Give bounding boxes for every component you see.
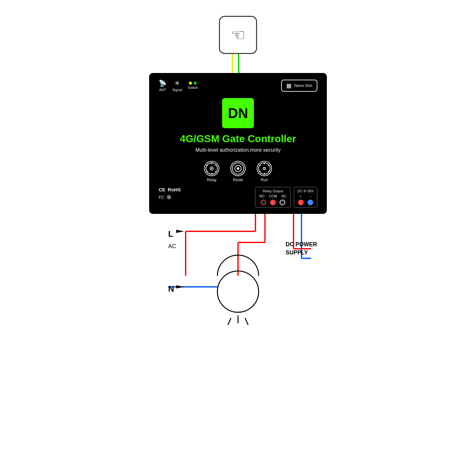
signal-label: Signal xyxy=(172,88,182,92)
reset-icon xyxy=(230,161,246,176)
ant-icon: 📡 xyxy=(159,79,167,87)
switch-dot-yellow xyxy=(189,82,192,85)
indicator-group: 📡 ANT ✳ Signal Switch xyxy=(159,79,198,92)
fc-cert: FC xyxy=(159,195,164,200)
relay-indicator: Relay xyxy=(204,161,219,182)
plus-label: + xyxy=(297,194,304,198)
svg-point-8 xyxy=(211,168,212,169)
run-label: Run xyxy=(261,178,268,182)
switch-dots xyxy=(189,82,197,85)
svg-point-1 xyxy=(211,163,212,164)
relay-label: Relay xyxy=(207,178,217,182)
svg-point-20 xyxy=(264,168,265,169)
svg-line-34 xyxy=(228,318,231,325)
wire-green-top xyxy=(238,54,239,73)
run-icon xyxy=(257,161,272,176)
svg-text:N: N xyxy=(168,284,174,294)
com-port xyxy=(270,200,276,205)
wires-top xyxy=(228,54,248,73)
relay-output-ports xyxy=(259,200,287,205)
touch-button[interactable]: ☜ xyxy=(219,16,257,54)
switch-indicator: Switch xyxy=(188,82,198,89)
sim-label: Nano Sim xyxy=(294,83,312,88)
wire-yellow xyxy=(232,54,233,73)
wiring-diagram-svg: L AC N DC POWER SUPPLY xyxy=(149,214,327,373)
svg-text:AC: AC xyxy=(168,243,176,249)
svg-text:L: L xyxy=(168,229,173,239)
ce-cert: CE xyxy=(159,187,165,192)
svg-point-17 xyxy=(259,171,261,172)
svg-line-35 xyxy=(245,318,248,325)
svg-marker-42 xyxy=(176,285,184,288)
svg-point-14 xyxy=(268,165,269,166)
touch-icon: ☜ xyxy=(231,25,246,44)
rohs-cert: RoHS xyxy=(168,187,181,192)
no-label: NO xyxy=(259,194,265,198)
svg-point-16 xyxy=(264,173,265,174)
relay-output-terminal: Relay Output NO COM NC xyxy=(255,187,291,208)
dc-input-ports xyxy=(297,200,314,205)
recycle-icon: ⊗ xyxy=(167,194,171,201)
dc-input-title: DC 9~36V xyxy=(297,189,314,193)
svg-point-32 xyxy=(217,271,259,312)
nc-port xyxy=(280,200,285,205)
svg-text:DC POWER: DC POWER xyxy=(286,241,317,248)
nc-label: NC xyxy=(281,194,287,198)
svg-point-2 xyxy=(215,165,217,166)
relay-icon xyxy=(204,161,219,176)
device-indicators-row: Relay Reset xyxy=(155,161,321,182)
sim-icon: ▦ xyxy=(286,82,292,89)
dc-input-sublabels: + − xyxy=(297,194,314,198)
ant-label: ANT xyxy=(159,88,166,92)
main-container: ☜ 📡 ANT ✳ Signal xyxy=(63,16,413,460)
svg-point-13 xyxy=(264,163,265,164)
svg-point-3 xyxy=(215,171,217,172)
switch-dot-green xyxy=(194,82,197,85)
signal-indicator: ✳ Signal xyxy=(172,79,182,92)
relay-output-sublabels: NO COM NC xyxy=(259,194,287,198)
svg-marker-41 xyxy=(176,230,184,233)
reset-label: Reset xyxy=(233,178,243,182)
reset-indicator: Reset xyxy=(230,161,246,182)
switch-label: Switch xyxy=(188,86,198,89)
no-port xyxy=(261,200,266,205)
dc-input-terminal: DC 9~36V + − xyxy=(294,187,317,208)
logo-area: DN xyxy=(155,98,321,128)
svg-point-11 xyxy=(237,167,239,170)
device-box: 📡 ANT ✳ Signal Switch xyxy=(149,73,327,214)
svg-point-4 xyxy=(211,173,212,174)
svg-point-18 xyxy=(259,165,261,166)
svg-point-6 xyxy=(207,165,208,166)
svg-point-5 xyxy=(207,171,208,172)
relay-output-title: Relay Output xyxy=(259,189,287,193)
run-indicator: Run xyxy=(257,161,272,182)
signal-icon: ✳ xyxy=(175,79,180,87)
svg-point-15 xyxy=(268,171,269,172)
logo-box: DN xyxy=(222,98,254,128)
com-label: COM xyxy=(269,194,277,198)
product-title: 4G/GSM Gate Controller xyxy=(155,133,321,145)
nano-sim-box: ▦ Nano Sim xyxy=(281,80,317,92)
ant-indicator: 📡 ANT xyxy=(159,79,167,92)
wiring-section: L AC N DC POWER SUPPLY xyxy=(149,214,327,373)
svg-text:SUPPLY: SUPPLY xyxy=(286,249,308,256)
device-top-row: 📡 ANT ✳ Signal Switch xyxy=(155,79,321,92)
minus-port xyxy=(307,200,313,205)
product-subtitle: Multi-level authorization,more security xyxy=(155,147,321,153)
minus-label: − xyxy=(307,194,314,198)
logo-text: DN xyxy=(228,106,248,120)
plus-port xyxy=(298,200,304,205)
